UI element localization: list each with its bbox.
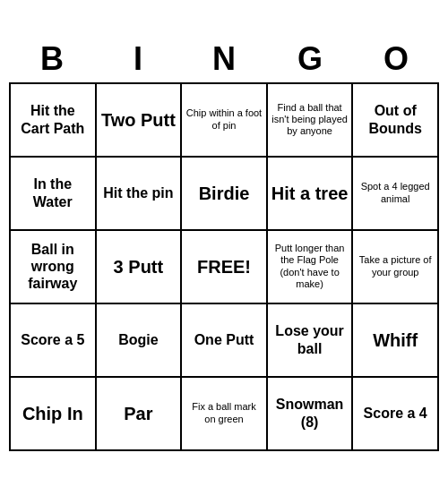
bingo-cell: Lose your ball: [268, 304, 354, 378]
header-letter: B: [9, 36, 95, 81]
bingo-cell: Hit the Cart Path: [11, 84, 97, 158]
bingo-cell: Score a 5: [11, 304, 97, 378]
bingo-cell: Whiff: [353, 304, 439, 378]
header-letter: G: [267, 36, 353, 81]
bingo-cell: Out of Bounds: [353, 84, 439, 158]
bingo-cell: Fix a ball mark on green: [182, 378, 268, 451]
bingo-cell: Hit the pin: [97, 158, 183, 231]
header-letter: O: [353, 36, 439, 81]
bingo-cell: Chip In: [11, 378, 97, 451]
header-letter: I: [95, 36, 181, 81]
bingo-cell: Chip within a foot of pin: [182, 84, 268, 158]
bingo-cell: Hit a tree: [268, 158, 354, 231]
bingo-cell: Find a ball that isn't being played by a…: [268, 84, 354, 158]
bingo-cell: One Putt: [182, 304, 268, 378]
bingo-cell: Putt longer than the Flag Pole (don't ha…: [268, 231, 354, 304]
bingo-card: BINGO Hit the Cart PathTwo PuttChip with…: [9, 36, 439, 450]
bingo-header: BINGO: [9, 36, 439, 81]
bingo-cell: Birdie: [182, 158, 268, 231]
bingo-cell: Snowman (8): [268, 378, 354, 451]
bingo-cell: FREE!: [182, 231, 268, 304]
bingo-cell: Spot a 4 legged animal: [353, 158, 439, 231]
bingo-cell: In the Water: [11, 158, 97, 231]
bingo-cell: 3 Putt: [97, 231, 183, 304]
bingo-grid: Hit the Cart PathTwo PuttChip within a f…: [9, 82, 439, 451]
bingo-cell: Two Putt: [97, 84, 183, 158]
bingo-cell: Ball in wrong fairway: [11, 231, 97, 304]
bingo-cell: Bogie: [97, 304, 183, 378]
bingo-cell: Take a picture of your group: [353, 231, 439, 304]
bingo-cell: Score a 4: [353, 378, 439, 451]
bingo-cell: Par: [97, 378, 183, 451]
header-letter: N: [181, 36, 267, 81]
